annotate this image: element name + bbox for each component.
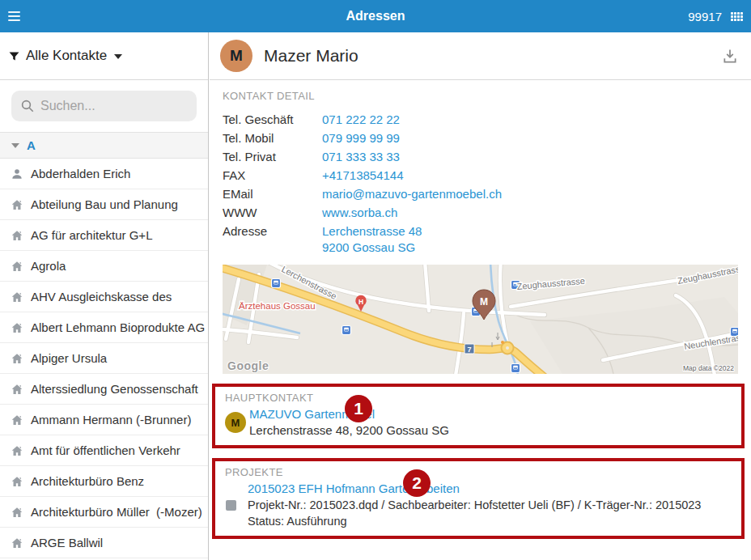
download-icon[interactable] bbox=[722, 48, 738, 64]
list-item[interactable]: Alterssiedlung Genossenschaft bbox=[0, 374, 208, 405]
field-value-line2[interactable]: 9200 Gossau SG bbox=[322, 240, 422, 255]
contact-field: EMail mario@mazuvo-gartenmoebel.ch bbox=[223, 185, 738, 203]
field-label: EMail bbox=[223, 185, 322, 203]
project-status-icon bbox=[226, 500, 236, 511]
contact-field: Tel. Privat 071 333 33 33 bbox=[223, 147, 738, 166]
filter-icon bbox=[8, 50, 20, 62]
list-item[interactable]: AHV Ausgleichskasse des bbox=[0, 282, 208, 312]
route-7-badge: 7 bbox=[465, 344, 474, 354]
list-item[interactable]: Architekturbüro Müller (-Mozer) bbox=[0, 497, 208, 528]
list-item[interactable]: Agrola bbox=[0, 251, 208, 282]
contact-list: Abderhalden Erich Abteilung Bau und Plan… bbox=[0, 159, 208, 558]
collapse-caret-icon bbox=[11, 143, 19, 148]
list-item[interactable]: Ammann Hermann (-Brunner) bbox=[0, 405, 208, 435]
building-icon bbox=[10, 228, 23, 242]
list-item[interactable]: Abderhalden Erich bbox=[0, 159, 208, 189]
annotation-badge-2: 2 bbox=[403, 469, 431, 497]
contact-filter[interactable]: Alle Kontakte bbox=[0, 32, 208, 80]
building-icon bbox=[10, 505, 23, 519]
group-label: A bbox=[27, 138, 36, 152]
group-header-a[interactable]: A bbox=[0, 132, 208, 159]
field-value[interactable]: +41713854144 bbox=[322, 166, 404, 185]
building-icon bbox=[10, 320, 23, 334]
contact-field: WWW www.sorba.ch bbox=[223, 203, 738, 222]
hauptkontakt-address: Lerchenstrasse 48, 9200 Gossau SG bbox=[249, 422, 449, 439]
list-item[interactable]: Architekturbüro Benz bbox=[0, 466, 208, 497]
app-title: Adressen bbox=[0, 9, 751, 23]
svg-text:7: 7 bbox=[467, 346, 471, 354]
list-item-label: ARGE Ballwil bbox=[31, 536, 103, 549]
contact-field: Tel. Geschäft 071 222 22 22 bbox=[223, 110, 738, 129]
poi-label: Ärztehaus Gossau bbox=[239, 301, 316, 311]
list-item-label: Abteilung Bau und Planung bbox=[31, 197, 178, 211]
section-title: KONTAKT DETAIL bbox=[223, 90, 738, 102]
building-icon bbox=[10, 290, 23, 303]
list-item-label: Alterssiedlung Genossenschaft bbox=[31, 382, 198, 396]
field-label: Tel. Privat bbox=[223, 147, 322, 166]
contact-field: FAX +41713854144 bbox=[223, 166, 738, 185]
building-icon bbox=[10, 382, 23, 396]
building-icon bbox=[10, 413, 23, 426]
field-label: FAX bbox=[223, 166, 322, 185]
field-value[interactable]: 079 999 99 99 bbox=[322, 129, 400, 147]
contacts-sidebar: Alle Kontakte A Abderhalden Erich Abteil… bbox=[0, 32, 209, 560]
contact-name: Mazer Mario bbox=[264, 46, 359, 66]
field-value[interactable]: 071 333 33 33 bbox=[322, 147, 400, 166]
field-value[interactable]: www.sorba.ch bbox=[322, 203, 397, 222]
list-item-label: Albert Lehmann Bioprodukte AG bbox=[31, 320, 205, 334]
project-status: Status: Ausführung bbox=[248, 513, 732, 529]
list-item[interactable]: ARGE Ballwil bbox=[0, 528, 208, 558]
list-item-label: AG für architektur G+L bbox=[31, 228, 152, 242]
building-icon bbox=[10, 536, 23, 549]
list-item[interactable]: Alpiger Ursula bbox=[0, 343, 208, 374]
apps-grid-icon[interactable] bbox=[731, 12, 743, 21]
building-icon bbox=[10, 443, 23, 457]
field-label: Adresse bbox=[223, 222, 322, 255]
section-title: HAUPTKONTAKT bbox=[225, 392, 732, 404]
adressen-app: Adressen 99917 Alle Kontakte A Abderhald… bbox=[0, 0, 751, 560]
building-icon bbox=[10, 197, 23, 211]
field-value[interactable]: Lerchenstrasse 489200 Gossau SG bbox=[322, 222, 422, 255]
building-icon bbox=[10, 351, 23, 365]
map[interactable]: 7 Lerchenstrasse Zeughausstrasse Zeughau… bbox=[223, 265, 738, 374]
building-icon bbox=[10, 474, 23, 488]
chevron-down-icon bbox=[114, 54, 122, 59]
project-meta: Projekt-Nr.: 2015023.dqd / Sachbearbeite… bbox=[248, 497, 732, 513]
contact-header: M Mazer Mario bbox=[210, 32, 751, 80]
contact-detail-panel: M Mazer Mario KONTAKT DETAIL Tel. Geschä… bbox=[210, 32, 751, 560]
map-attribution: Map data ©2022 bbox=[683, 364, 734, 372]
filter-label: Alle Kontakte bbox=[26, 48, 107, 64]
svg-text:H: H bbox=[359, 298, 363, 306]
top-bar: Adressen 99917 bbox=[0, 0, 751, 32]
list-item[interactable]: Abteilung Bau und Planung bbox=[0, 189, 208, 220]
kontakt-detail-section: KONTAKT DETAIL Tel. Geschäft 071 222 22 … bbox=[210, 80, 751, 255]
field-label: Tel. Mobil bbox=[223, 129, 322, 147]
list-item[interactable]: Amt für öffentlichen Verkehr bbox=[0, 435, 208, 466]
list-item-label: Amt für öffentlichen Verkehr bbox=[31, 443, 180, 457]
record-count: 99917 bbox=[688, 10, 722, 23]
list-item[interactable]: AG für architektur G+L bbox=[0, 220, 208, 251]
avatar: M bbox=[225, 412, 246, 433]
field-label: Tel. Geschäft bbox=[223, 110, 322, 129]
project-item: 2015023 EFH Hofmann Gartenarbeiten Proje… bbox=[225, 480, 732, 529]
building-icon bbox=[10, 259, 23, 273]
contact-field: Adresse Lerchenstrasse 489200 Gossau SG bbox=[223, 222, 738, 255]
list-item[interactable]: Albert Lehmann Bioprodukte AG bbox=[0, 312, 208, 343]
project-link[interactable]: 2015023 EFH Hofmann Gartenarbeiten bbox=[248, 480, 732, 497]
avatar: M bbox=[220, 40, 252, 72]
field-label: WWW bbox=[223, 203, 322, 222]
contact-fields: Tel. Geschäft 071 222 22 22 Tel. Mobil 0… bbox=[223, 110, 738, 255]
list-item-label: AHV Ausgleichskasse des bbox=[31, 290, 172, 303]
list-item-label: Architekturbüro Müller (-Mozer) bbox=[31, 505, 202, 519]
list-item-label: Alpiger Ursula bbox=[31, 351, 107, 365]
search-input[interactable] bbox=[11, 91, 197, 121]
field-value[interactable]: 071 222 22 22 bbox=[322, 110, 400, 129]
field-value[interactable]: mario@mazuvo-gartenmoebel.ch bbox=[322, 185, 502, 203]
contact-field: Tel. Mobil 079 999 99 99 bbox=[223, 129, 738, 147]
svg-text:M: M bbox=[480, 296, 488, 308]
section-title: PROJEKTE bbox=[225, 466, 732, 478]
list-item-label: Ammann Hermann (-Brunner) bbox=[31, 413, 191, 426]
projekte-section: PROJEKTE 2015023 EFH Hofmann Gartenarbei… bbox=[212, 458, 745, 539]
list-item-label: Architekturbüro Benz bbox=[31, 474, 144, 488]
person-icon bbox=[10, 167, 23, 180]
